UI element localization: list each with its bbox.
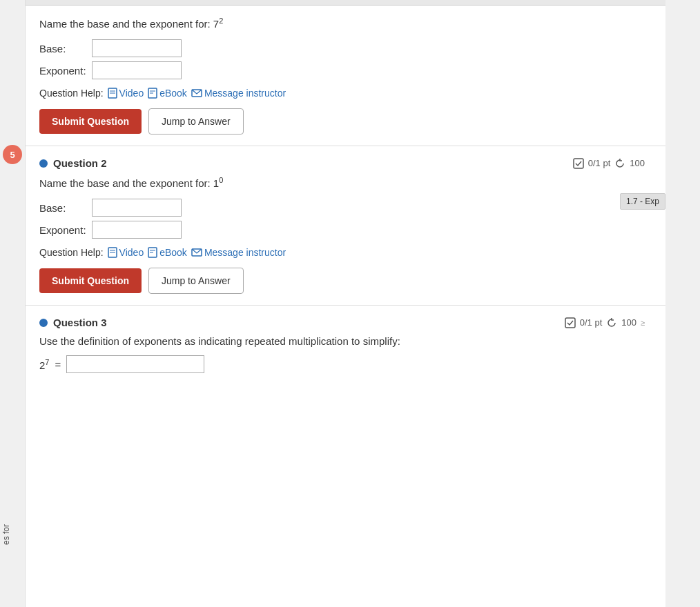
page-wrapper: 5 es for Name the base and the exponent … bbox=[0, 0, 700, 607]
q1-base-field: Base: bbox=[39, 39, 645, 57]
badge-number: 5 bbox=[3, 145, 22, 164]
question-1-block: Name the base and the exponent for: 72 B… bbox=[26, 6, 665, 146]
svg-rect-15 bbox=[565, 318, 575, 328]
q2-video-doc-icon bbox=[108, 247, 117, 258]
question-number-badge: 5 bbox=[3, 145, 22, 164]
q2-base-label: Base: bbox=[39, 202, 88, 214]
q2-header: Question 2 0/1 pt 100 bbox=[39, 157, 645, 169]
video-doc-icon bbox=[108, 88, 117, 99]
q2-action-row: Submit Question Jump to Answer bbox=[39, 268, 645, 294]
q2-submit-button[interactable]: Submit Question bbox=[39, 268, 142, 293]
q2-ebook-doc-icon bbox=[148, 247, 157, 258]
q3-dot bbox=[39, 319, 48, 327]
q2-help-row: Question Help: Video eBook Message instr… bbox=[39, 247, 645, 258]
q3-equation-row: 27 = bbox=[39, 355, 645, 373]
q1-exponent-input[interactable] bbox=[92, 61, 182, 79]
q2-prompt: Name the base and the exponent for: 10 bbox=[39, 176, 645, 189]
q2-help-label: Question Help: bbox=[39, 247, 104, 258]
q2-meta: 0/1 pt 100 bbox=[573, 158, 645, 169]
message-icon bbox=[191, 89, 202, 97]
q3-eq-base: 27 bbox=[39, 358, 49, 371]
q1-submit-button[interactable]: Submit Question bbox=[39, 109, 142, 134]
q3-partial: ≥ bbox=[641, 319, 645, 327]
right-sidebar bbox=[665, 0, 700, 607]
retry-icon bbox=[614, 158, 625, 169]
q2-message-link[interactable]: Message instructor bbox=[191, 247, 286, 258]
q1-prompt: Name the base and the exponent for: 72 bbox=[39, 17, 645, 30]
q3-meta: 0/1 pt 100 ≥ bbox=[565, 317, 645, 328]
left-label: es for bbox=[1, 524, 11, 545]
ebook-doc-icon bbox=[148, 88, 157, 99]
q1-exponent-label: Exponent: bbox=[39, 65, 88, 77]
q3-prompt: Use the definition of exponents as indic… bbox=[39, 335, 645, 347]
q1-help-row: Question Help: Video eBook Message instr… bbox=[39, 88, 645, 99]
q2-jump-button[interactable]: Jump to Answer bbox=[148, 268, 244, 294]
q1-exponent-field: Exponent: bbox=[39, 61, 645, 79]
q3-retry-icon bbox=[606, 317, 617, 328]
q2-exponent-input[interactable] bbox=[92, 221, 182, 239]
main-content: Name the base and the exponent for: 72 B… bbox=[25, 0, 665, 607]
q1-base-input[interactable] bbox=[92, 39, 182, 57]
question-3-block: Question 3 0/1 pt 100 ≥ Use the definiti… bbox=[26, 306, 665, 384]
q2-title: Question 2 bbox=[39, 157, 107, 169]
q2-dot bbox=[39, 159, 48, 168]
q2-ebook-link[interactable]: eBook bbox=[148, 247, 187, 258]
q2-exponent-field: Exponent: bbox=[39, 221, 645, 239]
q1-ebook-link[interactable]: eBook bbox=[148, 88, 187, 99]
q2-base-input[interactable] bbox=[92, 199, 182, 217]
q3-check-icon bbox=[565, 317, 576, 328]
check-icon bbox=[573, 158, 584, 169]
q2-exponent-label: Exponent: bbox=[39, 224, 88, 236]
top-bar bbox=[26, 0, 665, 6]
q1-action-row: Submit Question Jump to Answer bbox=[39, 108, 645, 135]
q1-help-label: Question Help: bbox=[39, 88, 104, 99]
question-2-block: Question 2 0/1 pt 100 Name the base and … bbox=[26, 146, 665, 306]
q3-answer-input[interactable] bbox=[66, 355, 204, 373]
svg-rect-7 bbox=[574, 159, 583, 168]
q2-video-link[interactable]: Video bbox=[108, 247, 144, 258]
q1-video-link[interactable]: Video bbox=[108, 88, 144, 99]
q1-message-link[interactable]: Message instructor bbox=[191, 88, 286, 99]
left-sidebar: 5 es for bbox=[0, 0, 25, 607]
q1-base-label: Base: bbox=[39, 43, 88, 54]
q2-base-field: Base: bbox=[39, 199, 645, 217]
q3-title: Question 3 bbox=[39, 317, 107, 328]
q1-jump-button[interactable]: Jump to Answer bbox=[148, 108, 244, 135]
q3-header: Question 3 0/1 pt 100 ≥ bbox=[39, 317, 645, 328]
tooltip-box: 1.7 - Exp bbox=[620, 193, 665, 210]
q2-message-icon bbox=[191, 248, 202, 257]
